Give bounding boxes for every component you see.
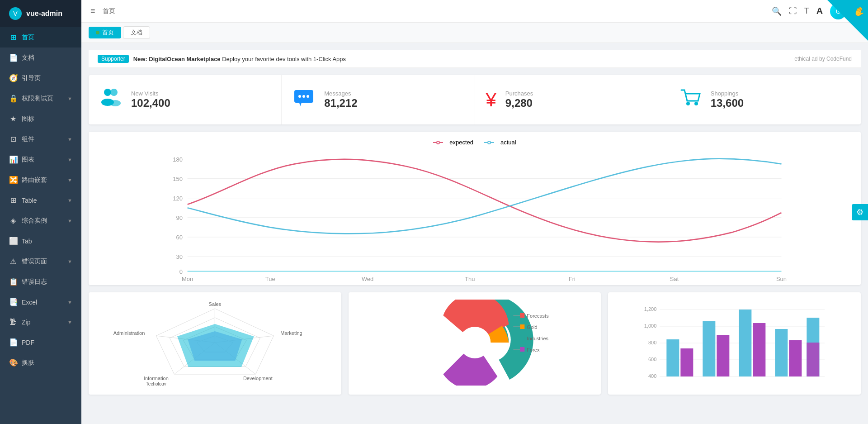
excel-icon: 📑 [9, 298, 17, 306]
svg-point-7 [307, 95, 309, 98]
purchases-info: Purchases 9,280 [505, 90, 533, 110]
pie-chart-container: Forecasts Gold Industries Forex [349, 292, 601, 395]
sidebar-item-guide[interactable]: 🧭 引导页 [0, 68, 81, 88]
sidebar-item-table[interactable]: ⊞ Table ▼ [0, 190, 81, 210]
avatar-letter: G [836, 8, 841, 15]
svg-text:Forex: Forex [527, 347, 540, 353]
sidebar-item-theme[interactable]: 🎨 换肤 [0, 353, 81, 373]
svg-rect-57 [520, 324, 524, 329]
purchases-value: 9,280 [505, 97, 533, 110]
chevron-icon: ▼ [67, 96, 72, 101]
sidebar-item-docs[interactable]: 📄 文档 [0, 48, 81, 68]
sidebar-item-tab[interactable]: ⬜ Tab [0, 231, 81, 251]
zip-icon: 🗜 [9, 318, 17, 326]
sidebar-label-guide: 引导页 [22, 74, 72, 82]
main-area: ≡ 首页 🔍 ⛶ T A G ▼ 首页 文档 Supporter [81, 0, 868, 424]
shoppings-value: 13,600 [711, 97, 744, 110]
sidebar-item-components[interactable]: ⊡ 组件 ▼ [0, 129, 81, 149]
breadcrumb: 首页 [103, 7, 764, 15]
bar-chart-svg: 1,200 1,000 800 600 400 [615, 300, 854, 386]
ad-text: New: DigitalOcean Marketplace Deploy you… [133, 56, 346, 62]
messages-value: 81,212 [324, 97, 357, 110]
icons-icon: ★ [9, 114, 17, 123]
shoppings-label: Shoppings [711, 90, 744, 97]
chevron-icon-4: ▼ [67, 177, 72, 183]
sidebar-item-errorpage[interactable]: ⚠ 错误页面 ▼ [0, 251, 81, 272]
shoppings-icon [679, 86, 702, 113]
svg-rect-54 [520, 313, 524, 318]
ad-text-prefix: New: DigitalOcean Marketplace [133, 56, 221, 62]
avatar-dropdown-arrow[interactable]: ▼ [854, 8, 859, 14]
sidebar-label-docs: 文档 [22, 54, 72, 62]
svg-marker-8 [299, 103, 302, 106]
svg-rect-81 [775, 329, 788, 376]
tab-docs[interactable]: 文档 [123, 26, 150, 39]
messages-label: Messages [324, 90, 357, 97]
sidebar-item-charts[interactable]: 📊 图表 ▼ [0, 149, 81, 170]
router-icon: 🔀 [9, 176, 17, 184]
table-icon: ⊞ [9, 196, 17, 205]
search-icon[interactable]: 🔍 [772, 6, 782, 16]
line-chart-svg: 180 150 120 90 60 30 0 Mon Tue Wed Thu F… [96, 149, 854, 276]
sidebar-item-zip[interactable]: 🗜 Zip ▼ [0, 312, 81, 332]
example-icon: ◈ [9, 216, 17, 225]
sidebar-item-permission[interactable]: 🔒 权限测试页 ▼ [0, 88, 81, 109]
sidebar-label-table: Table [22, 197, 63, 204]
sidebar-label-errorpage: 错误页面 [22, 257, 63, 266]
sidebar-item-home[interactable]: ⊞ 首页 [0, 27, 81, 48]
svg-point-0 [104, 89, 111, 96]
sidebar-label-charts: 图表 [22, 156, 63, 164]
svg-point-1 [110, 89, 118, 96]
tab-home[interactable]: 首页 [89, 27, 121, 38]
sidebar-item-pdf[interactable]: 📄 PDF [0, 332, 81, 353]
legend-label-actual: actual [500, 139, 516, 146]
stats-row: New Visits 102,400 Messages 81,21 [89, 75, 861, 124]
hamburger-button[interactable]: ≡ [90, 6, 95, 16]
svg-text:1,000: 1,000 [644, 323, 657, 329]
ad-text-suffix: Deploy your favorite dev tools with 1-Cl… [222, 56, 346, 62]
svg-text:180: 180 [173, 156, 183, 163]
svg-text:Sat: Sat [670, 276, 679, 282]
svg-text:150: 150 [173, 176, 183, 182]
permission-icon: 🔒 [9, 94, 17, 103]
svg-text:600: 600 [648, 357, 656, 362]
chevron-icon-7: ▼ [67, 259, 72, 264]
radar-chart-container: Sales Marketing Development Information … [89, 292, 341, 395]
legend-expected: expected [433, 139, 473, 146]
radar-chart-svg: Sales Marketing Development Information … [96, 300, 334, 386]
stat-new-visits: New Visits 102,400 [89, 75, 282, 124]
sidebar-label-zip: Zip [22, 319, 63, 326]
fullscreen-icon[interactable]: ⛶ [789, 6, 797, 16]
sidebar: V vue-admin ⊞ 首页 📄 文档 🧭 引导页 🔒 权限测试页 ▼ ★ … [0, 0, 81, 424]
svg-point-14 [488, 141, 491, 144]
sidebar-label-errorlog: 错误日志 [22, 278, 72, 286]
new-visits-info: New Visits 102,400 [131, 90, 170, 110]
sidebar-label-components: 组件 [22, 135, 63, 143]
chevron-icon-6: ▼ [67, 218, 72, 224]
svg-text:Sales: Sales [209, 301, 222, 307]
sidebar-label-router: 路由嵌套 [22, 176, 63, 184]
sidebar-item-example[interactable]: ◈ 综合实例 ▼ [0, 210, 81, 231]
text-icon[interactable]: A [816, 6, 823, 16]
chart-legend: expected actual [96, 139, 854, 146]
sidebar-item-router[interactable]: 🔀 路由嵌套 ▼ [0, 170, 81, 190]
tab-label-home: 首页 [102, 29, 114, 37]
sidebar-item-icons[interactable]: ★ 图标 [0, 109, 81, 129]
sidebar-logo[interactable]: V vue-admin [0, 0, 81, 27]
sidebar-item-errorlog[interactable]: 📋 错误日志 [0, 272, 81, 292]
bottom-charts-row: Sales Marketing Development Information … [89, 292, 861, 395]
chevron-icon-8: ▼ [67, 300, 72, 305]
chevron-icon-5: ▼ [67, 198, 72, 203]
pdf-icon: 📄 [9, 338, 17, 347]
right-settings-button[interactable]: ⚙ [852, 204, 868, 220]
font-size-icon[interactable]: T [804, 6, 809, 16]
svg-text:Forecasts: Forecasts [527, 313, 549, 319]
sidebar-label-pdf: PDF [22, 339, 72, 346]
sidebar-label-excel: Excel [22, 299, 63, 306]
sidebar-item-excel[interactable]: 📑 Excel ▼ [0, 292, 81, 312]
svg-text:Information: Information [144, 376, 169, 381]
svg-point-5 [298, 95, 301, 98]
messages-icon [292, 86, 315, 113]
avatar[interactable]: G [830, 3, 846, 19]
svg-text:120: 120 [173, 195, 183, 202]
